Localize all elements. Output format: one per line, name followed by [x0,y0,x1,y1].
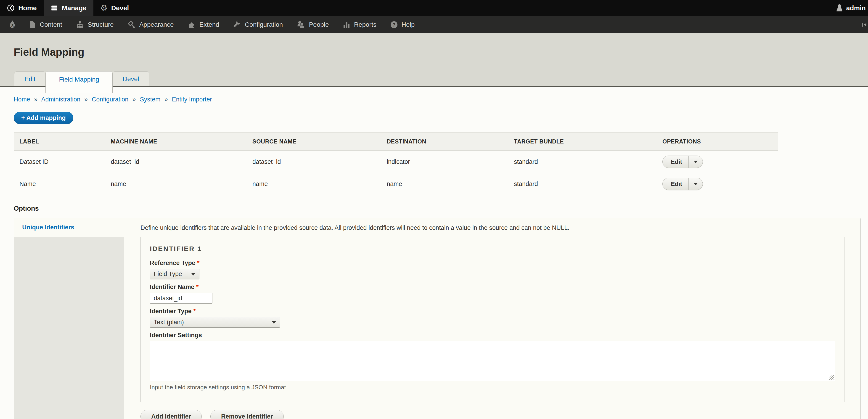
admin-menu-appearance[interactable]: Appearance [121,16,181,33]
resize-handle[interactable] [829,376,834,380]
toolbar-manage-label: Manage [62,4,87,12]
tray-orientation-toggle-icon[interactable] [862,20,868,29]
tab-devel[interactable]: Devel [113,71,149,86]
breadcrumb-administration[interactable]: Administration [41,96,81,103]
cell-destination: indicator [387,151,514,173]
identifier-settings-help: Input the field storage settings using a… [150,384,835,391]
breadcrumb-entity-importer[interactable]: Entity Importer [172,96,212,103]
identifier-name-input[interactable] [150,293,212,304]
paintbrush-icon [127,21,136,29]
options-heading: Options [14,205,868,212]
vertical-tabs-menu: Unique Identifiers [14,218,124,419]
cell-target-bundle: standard [514,173,662,195]
table-header-row: LABEL MACHINE NAME SOURCE NAME DESTINATI… [14,132,778,151]
cell-destination: name [387,173,514,195]
add-mapping-button[interactable]: + Add mapping [14,112,73,124]
breadcrumb-separator: » [82,96,90,103]
wrench-icon [233,21,241,29]
admin-menu-content-label: Content [40,21,62,28]
identifier-fieldset: IDENTIFIER 1 Reference Type* Field Type … [141,237,844,402]
identifier-buttons-row: Add Identifier Remove Identifier [141,410,844,419]
admin-menu-people[interactable]: People [290,16,336,33]
edit-dropdown-toggle[interactable] [688,156,703,168]
people-icon [297,20,305,29]
required-marker: * [196,283,199,290]
required-marker: * [197,260,199,266]
tab-edit[interactable]: Edit [14,71,46,86]
col-header-label: LABEL [14,132,111,151]
identifier-type-label-text: Identifier Type [150,308,192,315]
admin-menu-help[interactable]: ? Help [383,16,422,33]
tab-devel-label: Devel [123,76,139,83]
svg-text:?: ? [393,22,395,28]
drupal-logo-icon[interactable]: 8 [8,20,17,30]
toolbar-devel-label: Devel [111,4,129,12]
identifier-settings-label: Identifier Settings [150,332,835,339]
add-identifier-button[interactable]: Add Identifier [141,410,202,419]
identifier-name-label: Identifier Name* [150,283,835,291]
vertical-tab-unique-identifiers[interactable]: Unique Identifiers [14,218,124,237]
reference-type-label-text: Reference Type [150,260,195,266]
breadcrumb-configuration[interactable]: Configuration [92,96,129,103]
document-icon [29,21,36,29]
vertical-tabs-filler [14,237,124,419]
breadcrumb: Home » Administration » Configuration » … [14,96,868,103]
caret-down-icon [191,273,195,275]
edit-dropdown-toggle[interactable] [688,178,703,190]
admin-menu-configuration-label: Configuration [245,21,283,28]
admin-menu-reports[interactable]: Reports [336,16,383,33]
breadcrumb-separator: » [130,96,138,103]
cell-machine-name: dataset_id [111,151,252,173]
unique-identifiers-pane: Define unique identifiers that are avail… [124,218,861,419]
main-content: Home » Administration » Configuration » … [0,96,868,419]
toolbar-user-button[interactable]: admin [829,0,868,16]
required-marker: * [193,308,196,315]
admin-menu-reports-label: Reports [354,21,376,28]
breadcrumb-system[interactable]: System [140,96,160,103]
identifier-settings-group: Identifier Settings Input the field stor… [150,332,835,391]
reference-type-group: Reference Type* Field Type [150,260,835,279]
admin-menu-extend[interactable]: Extend [181,16,226,33]
toolbar-home-button[interactable]: Home [0,0,43,16]
reference-type-value: Field Type [154,270,182,277]
back-to-site-icon [7,4,14,12]
identifier-settings-textarea[interactable] [150,341,835,381]
cell-operations: Edit [662,173,778,195]
col-header-machine-name: MACHINE NAME [111,132,252,151]
toolbar-devel-button[interactable]: ⚙ Devel [93,0,136,16]
edit-button[interactable]: Edit [663,156,688,168]
cell-label: Name [14,173,111,195]
identifier-type-value: Text (plain) [154,319,184,326]
identifier-type-label: Identifier Type* [150,308,835,315]
edit-button[interactable]: Edit [663,178,688,190]
user-icon [835,3,843,12]
cell-operations: Edit [662,151,778,173]
tab-field-mapping[interactable]: Field Mapping [45,71,113,93]
toolbar-manage-button[interactable]: Manage [43,0,93,16]
breadcrumb-separator: » [162,96,170,103]
table-row: Name name name name standard Edit [14,173,778,195]
breadcrumb-separator: » [32,96,40,103]
col-header-source-name: SOURCE NAME [252,132,387,151]
col-header-operations: OPERATIONS [662,132,778,151]
caret-down-icon [694,183,698,185]
table-row: Dataset ID dataset_id dataset_id indicat… [14,151,778,173]
hamburger-icon [51,4,58,12]
reference-type-select[interactable]: Field Type [150,269,199,279]
toolbar-user-label: admin [846,4,866,12]
page-header: Field Mapping Edit Field Mapping Devel [0,33,868,87]
identifier-type-group: Identifier Type* Text (plain) [150,308,835,328]
admin-menu-help-label: Help [402,21,415,28]
admin-menu-configuration[interactable]: Configuration [226,16,290,33]
identifier-name-label-text: Identifier Name [150,283,194,290]
unique-identifiers-description: Define unique identifiers that are avail… [141,225,844,232]
identifier-type-select[interactable]: Text (plain) [150,317,280,328]
admin-menu-structure[interactable]: Structure [69,16,121,33]
admin-menu-structure-label: Structure [88,21,114,28]
cell-target-bundle: standard [514,151,662,173]
caret-down-icon [272,321,276,324]
admin-menu-content[interactable]: Content [22,16,69,33]
remove-identifier-button[interactable]: Remove Identifier [210,410,284,419]
edit-split-button: Edit [662,178,703,190]
breadcrumb-home[interactable]: Home [14,96,30,103]
